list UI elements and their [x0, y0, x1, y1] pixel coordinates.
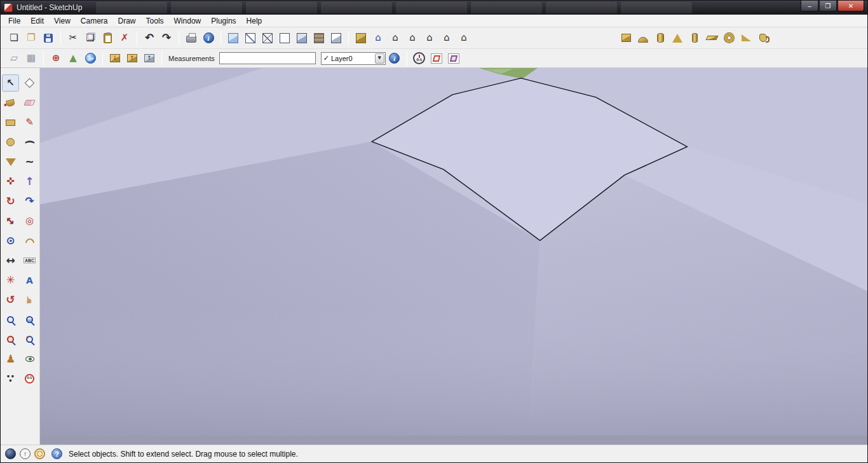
save-button[interactable] [40, 30, 57, 46]
walk-tool[interactable]: ∵ [2, 370, 19, 387]
select-tool[interactable]: ↖ [2, 74, 19, 92]
minimize-button[interactable]: – [801, 1, 818, 11]
tape-measure-tool[interactable]: ⊙ [2, 232, 19, 249]
zoom-window-tool[interactable] [21, 311, 38, 328]
close-button[interactable]: ✕ [837, 1, 864, 11]
pan-tool[interactable]: ☛ [21, 291, 38, 308]
style-shaded-button[interactable] [294, 30, 310, 46]
shape-slab-button[interactable] [703, 30, 720, 46]
sandbox-from-contours-button[interactable]: ▱ [6, 50, 22, 67]
share-model-button[interactable]: ↑ [124, 50, 140, 67]
copy-button[interactable]: ❑ [82, 30, 98, 46]
make-component-tool[interactable] [21, 74, 38, 92]
style-back-edges-button[interactable] [242, 30, 259, 46]
rectangle-tool[interactable] [2, 114, 19, 131]
style-textured-button[interactable] [311, 30, 327, 46]
move-tool[interactable]: ✜ [2, 173, 19, 190]
axes-tool[interactable]: ✳ [2, 272, 19, 289]
layer-dropdown-arrow[interactable]: ▼ [375, 53, 384, 64]
style-hidden-line-button[interactable] [276, 30, 293, 46]
push-pull-tool[interactable]: ↑ [21, 173, 38, 190]
section-plane-display-button[interactable] [428, 50, 445, 67]
get-models-button[interactable]: ↓ [107, 50, 123, 67]
status-globe-button[interactable] [5, 448, 16, 459]
orbit-tool[interactable]: ↺ [2, 291, 19, 308]
arc-icon: ( [25, 140, 34, 144]
look-around-tool[interactable] [21, 350, 38, 368]
open-button[interactable]: ❐ [23, 30, 39, 46]
view-front-button[interactable]: ⌂ [404, 30, 421, 46]
title-bar[interactable]: Untitled - SketchUp – ❒ ✕ [1, 1, 867, 15]
style-xray-button[interactable] [225, 30, 241, 46]
freehand-tool[interactable]: ~ [21, 153, 38, 170]
arc-tool[interactable]: ( [21, 134, 38, 151]
scale-tool[interactable]: ↔ [2, 212, 19, 230]
toggle-terrain-button[interactable]: ▲ [65, 50, 81, 67]
view-left-button[interactable]: ⌂ [456, 30, 472, 46]
shape-cone-button[interactable] [669, 30, 686, 46]
section-plane-tool[interactable]: R-S [21, 370, 38, 387]
shape-torus-button[interactable] [721, 30, 737, 46]
style-wireframe-button[interactable] [259, 30, 276, 46]
model-info-button[interactable]: i [200, 30, 217, 46]
shape-cylinder-button[interactable] [652, 30, 668, 46]
protractor-tool[interactable] [21, 232, 38, 249]
menu-window[interactable]: Window [169, 15, 207, 27]
preview-google-earth-button[interactable] [82, 50, 98, 67]
maximize-button[interactable]: ❒ [819, 1, 837, 11]
menu-draw[interactable]: Draw [113, 15, 141, 27]
shape-pitcher-button[interactable] [755, 30, 771, 46]
share-component-button[interactable]: ↑ [141, 50, 158, 67]
section-cut-display-button[interactable] [445, 50, 462, 67]
zoom-extents-tool[interactable] [2, 331, 19, 348]
add-location-button[interactable]: ⊕ [48, 50, 64, 67]
follow-me-tool[interactable]: ↷ [21, 193, 38, 210]
shape-dome-button[interactable] [635, 30, 651, 46]
status-spiral-button[interactable] [34, 448, 45, 459]
circle-tool[interactable] [2, 134, 19, 151]
layer-manager-button[interactable]: i [386, 50, 403, 67]
style-monochrome-button[interactable] [328, 30, 344, 46]
text-tool[interactable]: ABC [21, 252, 38, 269]
cut-button[interactable]: ✂ [65, 30, 81, 46]
rotate-tool[interactable]: ↻ [2, 193, 19, 210]
redo-button[interactable]: ↷ [158, 30, 175, 46]
menu-tools[interactable]: Tools [141, 15, 169, 27]
help-icon[interactable]: ? [51, 448, 62, 459]
previous-view-tool[interactable] [21, 331, 38, 348]
view-right-button[interactable]: ⌂ [421, 30, 438, 46]
paint-bucket-tool[interactable] [2, 94, 19, 111]
menu-camera[interactable]: Camera [76, 15, 113, 27]
measurements-input[interactable] [219, 52, 316, 64]
menu-plugins[interactable]: Plugins [206, 15, 241, 27]
offset-tool[interactable]: ◎ [21, 212, 38, 230]
menu-view[interactable]: View [49, 15, 76, 27]
view-back-button[interactable]: ⌂ [438, 30, 455, 46]
zoom-tool[interactable] [2, 311, 19, 328]
dimension-tool[interactable]: ↔ [2, 252, 19, 269]
menu-edit[interactable]: Edit [25, 15, 49, 27]
compass-rs-button[interactable]: R-S [411, 50, 428, 67]
polygon-tool[interactable] [2, 153, 19, 170]
status-north-button[interactable]: ↑ [20, 448, 31, 459]
line-tool[interactable]: ✎ [21, 114, 38, 131]
eraser-tool[interactable] [21, 94, 38, 111]
shape-wedge-button[interactable] [738, 30, 754, 46]
menu-help[interactable]: Help [241, 15, 268, 27]
new-button[interactable]: ❏ [6, 30, 22, 46]
menu-file[interactable]: File [3, 15, 25, 27]
view-top-button[interactable]: ⌂ [387, 30, 403, 46]
position-camera-tool[interactable]: ♟ [2, 350, 19, 368]
delete-button[interactable]: ✗ [116, 30, 133, 46]
print-button[interactable] [183, 30, 200, 46]
paste-button[interactable] [99, 30, 116, 46]
shape-box-button[interactable] [618, 30, 634, 46]
3d-canvas[interactable] [40, 68, 867, 445]
layer-dropdown[interactable]: ✓ Layer0 ▼ [321, 52, 386, 65]
undo-button[interactable]: ↶ [141, 30, 158, 46]
shape-tube-button[interactable] [686, 30, 703, 46]
hide-rest-of-model-button[interactable] [353, 30, 369, 46]
3d-text-tool[interactable]: A [21, 272, 38, 289]
view-iso-button[interactable]: ⌂ [370, 30, 386, 46]
sandbox-from-scratch-button[interactable]: ▦ [23, 50, 39, 67]
